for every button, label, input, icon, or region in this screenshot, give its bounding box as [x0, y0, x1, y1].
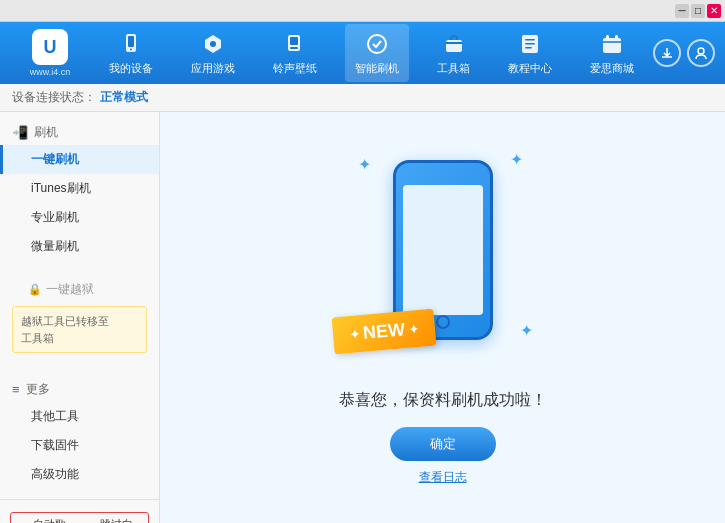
view-log-link[interactable]: 查看日志 — [419, 469, 467, 486]
svg-rect-1 — [128, 36, 134, 47]
flash-section-icon: 📲 — [12, 125, 28, 140]
nav-right-buttons — [653, 39, 715, 67]
my-device-icon — [117, 30, 145, 58]
nav-ringtones[interactable]: 铃声壁纸 — [263, 24, 327, 82]
nav-apple-store-label: 爱思商城 — [590, 61, 634, 76]
tutorials-icon — [516, 30, 544, 58]
other-tools-label: 其他工具 — [31, 409, 79, 423]
sidebar-item-itunes-flash[interactable]: iTunes刷机 — [0, 174, 159, 203]
close-button[interactable]: ✕ — [707, 4, 721, 18]
sidebar-section-more: ≡ 更多 其他工具 下载固件 高级功能 — [0, 369, 159, 493]
svg-rect-6 — [290, 47, 298, 49]
svg-rect-5 — [290, 37, 298, 45]
svg-rect-13 — [525, 47, 532, 49]
minimize-button[interactable]: ─ — [675, 4, 689, 18]
user-button[interactable] — [687, 39, 715, 67]
success-message: 恭喜您，保资料刷机成功啦！ — [339, 390, 547, 411]
one-click-flash-label: 一键刷机 — [31, 152, 79, 166]
svg-rect-12 — [525, 43, 535, 45]
toolbox-icon — [440, 30, 468, 58]
skip-wizard-label: 跳过向导 — [100, 517, 143, 523]
logo-subtitle: www.i4.cn — [30, 67, 71, 77]
nav-ringtones-label: 铃声壁纸 — [273, 61, 317, 76]
sidebar-item-advanced[interactable]: 高级功能 — [0, 460, 159, 489]
svg-rect-16 — [615, 35, 618, 39]
micro-flash-label: 微量刷机 — [31, 239, 79, 253]
nav-toolbox[interactable]: 工具箱 — [427, 24, 480, 82]
sidebar-locked-jailbreak: 🔒 一键越狱 — [0, 277, 159, 302]
nav-smart-flash[interactable]: 智能刷机 — [345, 24, 409, 82]
phone-illustration: ✦ ✦ ✦ NEW — [343, 150, 543, 370]
nav-smart-flash-label: 智能刷机 — [355, 61, 399, 76]
sidebar: 📲 刷机 一键刷机 iTunes刷机 专业刷机 微量刷机 🔒 一键越狱 越狱工具… — [0, 112, 160, 523]
status-bar: 设备连接状态： 正常模式 — [0, 84, 725, 112]
phone-home-button — [436, 315, 450, 329]
download-button[interactable] — [653, 39, 681, 67]
phone-screen — [403, 185, 483, 315]
more-section-icon: ≡ — [12, 382, 20, 397]
title-bar: ─ □ ✕ — [0, 0, 725, 22]
checkbox-skip-wizard[interactable]: 跳过向导 — [84, 517, 143, 523]
sparkle-icon-2: ✦ — [510, 150, 523, 169]
pro-flash-label: 专业刷机 — [31, 210, 79, 224]
nav-bar: U www.i4.cn 我的设备 应用游戏 铃声壁纸 智能刷机 — [0, 22, 725, 84]
download-firmware-label: 下载固件 — [31, 438, 79, 452]
svg-point-17 — [698, 48, 704, 54]
new-badge-text: NEW — [362, 319, 406, 344]
nav-my-device-label: 我的设备 — [109, 61, 153, 76]
svg-point-7 — [368, 35, 386, 53]
app-logo: U www.i4.cn — [10, 29, 90, 77]
nav-tutorials[interactable]: 教程中心 — [498, 24, 562, 82]
auto-send-label: 自动歌送 — [33, 517, 76, 523]
locked-label: 一键越狱 — [46, 281, 94, 298]
svg-rect-15 — [606, 35, 609, 39]
nav-apple-store[interactable]: 爱思商城 — [580, 24, 644, 82]
notice-text: 越狱工具已转移至工具箱 — [21, 315, 109, 344]
status-value: 正常模式 — [100, 89, 148, 106]
smart-flash-icon — [363, 30, 391, 58]
svg-point-3 — [210, 41, 216, 47]
nav-apps-games[interactable]: 应用游戏 — [181, 24, 245, 82]
sidebar-section-flash-title: 📲 刷机 — [0, 120, 159, 145]
logo-icon: U — [32, 29, 68, 65]
main-area: 📲 刷机 一键刷机 iTunes刷机 专业刷机 微量刷机 🔒 一键越狱 越狱工具… — [0, 112, 725, 523]
sparkle-icon-1: ✦ — [358, 155, 371, 174]
lock-icon: 🔒 — [28, 283, 42, 296]
svg-rect-11 — [525, 39, 535, 41]
sparkle-icon-3: ✦ — [520, 321, 533, 340]
sidebar-notice: 越狱工具已转移至工具箱 — [12, 306, 147, 353]
sidebar-divider-3 — [0, 499, 159, 500]
nav-my-device[interactable]: 我的设备 — [99, 24, 163, 82]
sidebar-item-other-tools[interactable]: 其他工具 — [0, 402, 159, 431]
itunes-flash-label: iTunes刷机 — [31, 181, 91, 195]
nav-toolbox-label: 工具箱 — [437, 61, 470, 76]
checkbox-auto-send[interactable]: 自动歌送 — [17, 517, 76, 523]
checkbox-row: 自动歌送 跳过向导 — [10, 512, 149, 523]
advanced-label: 高级功能 — [31, 467, 79, 481]
sidebar-item-pro-flash[interactable]: 专业刷机 — [0, 203, 159, 232]
more-section-label: 更多 — [26, 381, 50, 398]
content-area: ✦ ✦ ✦ NEW 恭喜您，保资料刷机成功啦！ 确定 查看日志 — [160, 112, 725, 523]
sidebar-item-download-firmware[interactable]: 下载固件 — [0, 431, 159, 460]
svg-rect-14 — [603, 38, 621, 53]
svg-rect-8 — [446, 40, 462, 52]
new-badge: NEW — [331, 308, 436, 354]
svg-rect-9 — [446, 42, 462, 44]
nav-items: 我的设备 应用游戏 铃声壁纸 智能刷机 工具箱 — [90, 24, 653, 82]
apple-store-icon — [598, 30, 626, 58]
confirm-button[interactable]: 确定 — [390, 427, 496, 461]
sidebar-item-micro-flash[interactable]: 微量刷机 — [0, 232, 159, 261]
sidebar-section-more-title: ≡ 更多 — [0, 377, 159, 402]
ringtones-icon — [281, 30, 309, 58]
maximize-button[interactable]: □ — [691, 4, 705, 18]
nav-tutorials-label: 教程中心 — [508, 61, 552, 76]
sidebar-item-one-click-flash[interactable]: 一键刷机 — [0, 145, 159, 174]
status-label: 设备连接状态： — [12, 89, 96, 106]
svg-point-2 — [130, 49, 132, 51]
sidebar-section-flash: 📲 刷机 一键刷机 iTunes刷机 专业刷机 微量刷机 — [0, 112, 159, 265]
apps-games-icon — [199, 30, 227, 58]
flash-section-label: 刷机 — [34, 124, 58, 141]
sidebar-bottom: 自动歌送 跳过向导 📱 iPhone 12 mini 64GB Down-12m… — [0, 493, 159, 523]
sidebar-checkboxes-area: 自动歌送 跳过向导 📱 iPhone 12 mini 64GB Down-12m… — [0, 506, 159, 523]
nav-apps-label: 应用游戏 — [191, 61, 235, 76]
